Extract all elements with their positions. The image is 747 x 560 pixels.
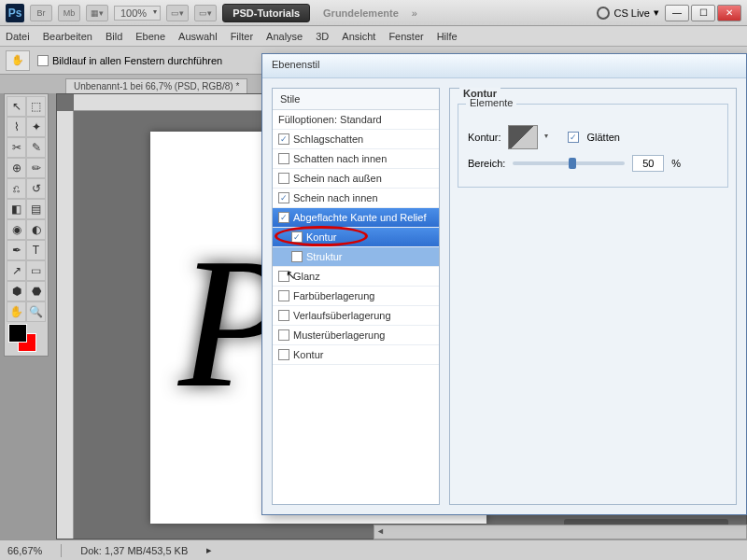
style-bevel[interactable]: Abgeflachte Kante und Relief: [273, 208, 439, 228]
hand-tool-icon[interactable]: ✋: [6, 50, 30, 71]
hand-tool-icon[interactable]: ✋: [7, 301, 26, 322]
style-verlaufsueberlagerung[interactable]: Verlaufsüberlagerung: [273, 306, 439, 326]
glatten-label: Glätten: [586, 132, 619, 143]
status-doc-size: Dok: 1,37 MB/453,5 KB: [80, 545, 188, 556]
style-label: Struktur: [306, 251, 343, 262]
zoom-tool-icon[interactable]: 🔍: [26, 301, 46, 322]
elemente-group: Elemente Kontur: Glätten Bereich: %: [458, 104, 728, 188]
style-label: Schein nach außen: [293, 173, 382, 184]
screen-mode-button[interactable]: ▭▾: [194, 5, 217, 21]
kontur-label: Kontur:: [468, 132, 500, 143]
style-kontur-sub[interactable]: Kontur: [273, 228, 439, 247]
arrange-button[interactable]: ▭▾: [166, 5, 189, 21]
more-workspaces-icon[interactable]: »: [412, 7, 417, 19]
history-brush-icon[interactable]: ↺: [26, 178, 46, 199]
dodge-tool-icon[interactable]: ◐: [26, 219, 46, 240]
foreground-color[interactable]: [8, 324, 27, 343]
dialog-title: Ebenenstil: [262, 54, 746, 78]
style-settings-panel: Kontur Elemente Kontur: Glätten Bereich:…: [449, 88, 737, 505]
heal-tool-icon[interactable]: ⊕: [7, 158, 26, 178]
percent-label: %: [671, 158, 681, 169]
menu-auswahl[interactable]: Auswahl: [178, 31, 218, 42]
marquee-tool-icon[interactable]: ⬚: [26, 96, 46, 117]
app-top-bar: Ps Br Mb ▦▾ 100% ▭▾ ▭▾ PSD-Tutorials Gru…: [0, 0, 747, 26]
crop-tool-icon[interactable]: ✂: [7, 137, 26, 158]
style-kontur[interactable]: Kontur: [273, 345, 439, 365]
style-glanz[interactable]: Glanz ↖: [273, 267, 439, 287]
checkbox-icon: [37, 55, 49, 66]
style-label: Kontur: [293, 349, 323, 360]
menu-bearbeiten[interactable]: Bearbeiten: [43, 31, 92, 42]
menu-ebene[interactable]: Ebene: [135, 31, 165, 42]
minimize-button[interactable]: —: [665, 5, 689, 21]
chevron-right-icon[interactable]: ▸: [206, 544, 212, 556]
menu-bar: Datei Bearbeiten Bild Ebene Auswahl Filt…: [0, 26, 747, 47]
separator: [61, 544, 62, 557]
wand-tool-icon[interactable]: ✦: [26, 117, 46, 137]
lasso-tool-icon[interactable]: ⌇: [7, 117, 26, 137]
eraser-tool-icon[interactable]: ◧: [7, 199, 26, 219]
gradient-tool-icon[interactable]: ▤: [26, 199, 46, 219]
style-schein-aussen[interactable]: Schein nach außen: [273, 169, 439, 189]
style-struktur-sub[interactable]: Struktur: [273, 247, 439, 267]
menu-filter[interactable]: Filter: [231, 31, 253, 42]
menu-hilfe[interactable]: Hilfe: [437, 31, 458, 42]
style-musterueberlagerung[interactable]: Musterüberlagerung: [273, 326, 439, 345]
brush-tool-icon[interactable]: ✏: [26, 158, 46, 178]
style-label: Farbüberlagerung: [293, 290, 374, 301]
workspace-button[interactable]: PSD-Tutorials: [222, 4, 310, 22]
stamp-tool-icon[interactable]: ⎌: [7, 178, 26, 199]
status-bar: 66,67% Dok: 1,37 MB/453,5 KB ▸: [0, 539, 747, 560]
style-label: Schatten nach innen: [293, 153, 387, 164]
style-label: Musterüberlagerung: [293, 329, 385, 341]
bereich-label: Bereich:: [468, 158, 505, 169]
view-extras-button[interactable]: ▦▾: [86, 5, 108, 21]
pen-tool-icon[interactable]: ✒: [7, 240, 26, 260]
style-schatten-innen[interactable]: Schatten nach innen: [273, 149, 439, 169]
cslive-icon: [597, 7, 610, 20]
move-tool-icon[interactable]: ↖: [7, 96, 26, 117]
menu-fenster[interactable]: Fenster: [388, 31, 423, 42]
style-farbueberlagerung[interactable]: Farbüberlagerung: [273, 287, 439, 306]
eyedropper-tool-icon[interactable]: ✎: [26, 137, 46, 158]
menu-analyse[interactable]: Analyse: [266, 31, 303, 42]
menu-datei[interactable]: Datei: [6, 31, 30, 42]
menu-3d[interactable]: 3D: [316, 31, 329, 42]
color-swatches[interactable]: [7, 322, 46, 354]
zoom-dropdown[interactable]: 100%: [114, 6, 161, 21]
style-label: Kontur: [306, 231, 336, 243]
ruler-vertical: [57, 111, 74, 539]
grundelemente-button[interactable]: Grundelemente: [316, 5, 406, 21]
style-schlagschatten[interactable]: Schlagschatten: [273, 130, 439, 149]
3d-tool-icon[interactable]: ⬢: [7, 281, 26, 301]
glatten-checkbox[interactable]: [568, 132, 579, 143]
close-button[interactable]: ✕: [717, 5, 741, 21]
cs-live[interactable]: CS Live ▾: [597, 7, 659, 20]
style-label: Verlaufsüberlagerung: [293, 310, 391, 321]
style-schein-innen[interactable]: Schein nach innen: [273, 189, 439, 208]
group-title: Elemente: [466, 97, 516, 108]
status-zoom: 66,67%: [7, 545, 42, 556]
scroll-all-checkbox[interactable]: Bildlauf in allen Fenstern durchführen: [37, 55, 222, 66]
fill-options-item[interactable]: Fülloptionen: Standard: [273, 110, 439, 130]
scroll-all-label: Bildlauf in allen Fenstern durchführen: [52, 55, 222, 66]
minibridge-button[interactable]: Mb: [58, 5, 80, 21]
bridge-button[interactable]: Br: [30, 5, 52, 21]
bereich-input[interactable]: [632, 155, 664, 172]
styles-header: Stile: [273, 89, 439, 110]
path-tool-icon[interactable]: ↗: [7, 260, 26, 281]
document-tab[interactable]: Unbenannt-1 bei 66,7% (PSD, RGB/8) *: [65, 78, 247, 93]
menu-bild[interactable]: Bild: [106, 31, 122, 42]
bereich-slider[interactable]: [513, 161, 625, 165]
style-label: Abgeflachte Kante und Relief: [293, 212, 427, 223]
3d-camera-icon[interactable]: ⬣: [26, 281, 46, 301]
type-tool-icon[interactable]: T: [26, 240, 46, 260]
style-label: Glanz: [293, 271, 320, 282]
blur-tool-icon[interactable]: ◉: [7, 219, 26, 240]
menu-ansicht[interactable]: Ansicht: [342, 31, 375, 42]
maximize-button[interactable]: ☐: [691, 5, 715, 21]
shape-tool-icon[interactable]: ▭: [26, 260, 46, 281]
horizontal-scrollbar[interactable]: [374, 525, 747, 539]
contour-picker[interactable]: [508, 125, 538, 149]
chevron-down-icon: ▾: [654, 7, 659, 19]
